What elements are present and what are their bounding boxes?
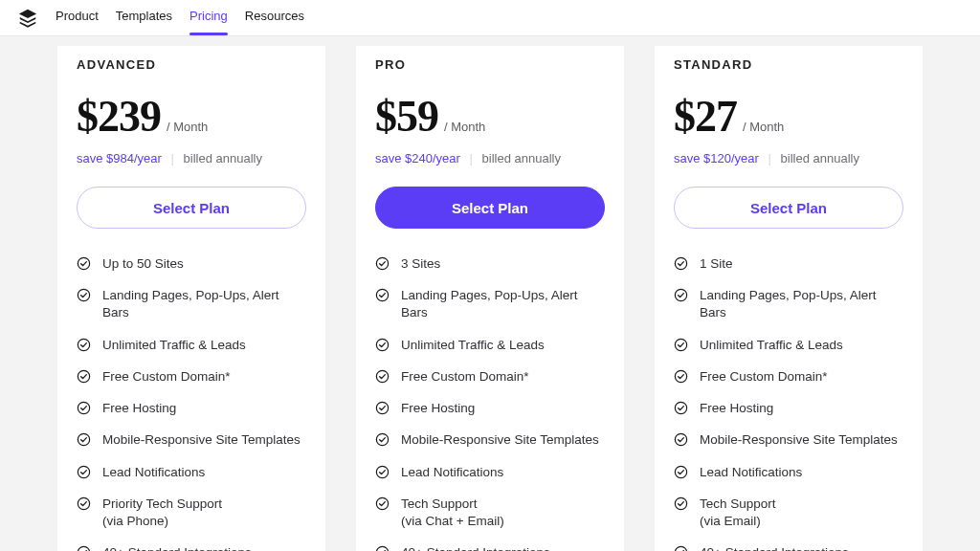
svg-point-23 (675, 290, 686, 301)
check-circle-icon (375, 545, 390, 551)
feature-item: Mobile-Responsive Site Templates (77, 431, 306, 449)
feature-item: 40+ Standard Integrations (674, 544, 903, 551)
feature-text: Free Hosting (102, 400, 176, 417)
feature-text: Lead Notifications (700, 464, 802, 481)
svg-point-6 (78, 466, 89, 477)
svg-point-16 (376, 434, 388, 446)
feature-item: 1 Site (674, 255, 903, 273)
save-row: save $120/year | billed annually (674, 151, 903, 165)
svg-point-7 (78, 497, 89, 509)
check-circle-icon (77, 432, 91, 447)
check-circle-icon (375, 288, 390, 302)
check-circle-icon (77, 496, 91, 511)
plan-title: STANDARD (674, 57, 903, 72)
svg-point-25 (675, 370, 686, 382)
feature-text: Landing Pages, Pop-Ups, Alert Bars (102, 287, 306, 321)
svg-point-11 (376, 257, 388, 269)
feature-item: Lead Notifications (375, 464, 605, 481)
feature-item: Free Custom Domain* (77, 368, 306, 386)
nav-resources[interactable]: Resources (245, 9, 304, 27)
feature-text: Free Custom Domain* (401, 368, 529, 386)
svg-point-14 (376, 370, 388, 382)
plan-card-pro: PRO $59 / Month save $240/year | billed … (356, 46, 624, 551)
nav-templates[interactable]: Templates (116, 9, 172, 27)
feature-item: Unlimited Traffic & Leads (674, 337, 903, 354)
check-circle-icon (674, 401, 688, 415)
feature-item: Landing Pages, Pop-Ups, Alert Bars (375, 287, 605, 321)
top-nav: Product Templates Pricing Resources (0, 0, 980, 36)
check-circle-icon (77, 338, 91, 352)
feature-text: 3 Sites (401, 255, 440, 273)
check-circle-icon (674, 256, 688, 271)
feature-item: Free Hosting (77, 400, 306, 417)
check-circle-icon (674, 465, 688, 479)
select-plan-button[interactable]: Select Plan (375, 187, 605, 229)
check-circle-icon (77, 288, 91, 302)
feature-item: 40+ Standard Integrations (375, 544, 605, 551)
feature-text: Tech Support(via Chat + Email) (401, 496, 504, 530)
divider: | (768, 151, 771, 165)
feature-text: Unlimited Traffic & Leads (102, 337, 246, 354)
select-plan-button[interactable]: Select Plan (77, 187, 306, 229)
feature-text: Free Custom Domain* (700, 368, 828, 386)
plan-card-standard: STANDARD $27 / Month save $120/year | bi… (655, 46, 923, 551)
feature-text: Free Custom Domain* (102, 368, 231, 386)
price-value: $239 (77, 91, 161, 142)
check-circle-icon (375, 401, 390, 415)
check-circle-icon (375, 256, 390, 271)
feature-text: Landing Pages, Pop-Ups, Alert Bars (401, 287, 605, 321)
feature-text: Up to 50 Sites (102, 255, 184, 273)
check-circle-icon (674, 432, 688, 447)
svg-point-27 (675, 434, 686, 446)
check-circle-icon (77, 369, 91, 384)
feature-list: 1 Site Landing Pages, Pop-Ups, Alert Bar… (674, 255, 903, 551)
feature-text: Lead Notifications (102, 464, 205, 481)
select-plan-button[interactable]: Select Plan (674, 187, 903, 229)
save-row: save $984/year | billed annually (77, 151, 306, 165)
price-row: $27 / Month (674, 91, 903, 142)
feature-text: Unlimited Traffic & Leads (700, 337, 843, 354)
billing-note: billed annually (482, 151, 561, 165)
feature-text: Unlimited Traffic & Leads (401, 337, 545, 354)
svg-point-8 (78, 547, 89, 551)
save-amount: save $240/year (375, 151, 460, 165)
pricing-plans: ADVANCED $239 / Month save $984/year | b… (0, 36, 980, 551)
save-amount: save $120/year (674, 151, 759, 165)
feature-item: 3 Sites (375, 255, 605, 273)
check-circle-icon (674, 338, 688, 352)
feature-text: 40+ Standard Integrations (102, 544, 252, 551)
svg-point-26 (675, 402, 686, 413)
feature-text: Priority Tech Support(via Phone) (102, 496, 222, 530)
feature-item: Landing Pages, Pop-Ups, Alert Bars (674, 287, 903, 321)
svg-point-13 (376, 339, 388, 350)
save-row: save $240/year | billed annually (375, 151, 605, 165)
feature-item: Mobile-Responsive Site Templates (375, 431, 605, 449)
billing-note: billed annually (184, 151, 262, 165)
feature-list: Up to 50 Sites Landing Pages, Pop-Ups, A… (77, 255, 306, 551)
feature-item: Unlimited Traffic & Leads (375, 337, 605, 354)
feature-item: 40+ Standard Integrations (77, 544, 306, 551)
feature-text: Free Hosting (700, 400, 773, 417)
svg-point-2 (78, 339, 89, 350)
feature-text: Mobile-Responsive Site Templates (102, 431, 301, 449)
svg-point-4 (78, 402, 89, 413)
feature-item: Free Custom Domain* (375, 368, 605, 386)
nav-pricing[interactable]: Pricing (189, 9, 228, 27)
check-circle-icon (77, 465, 91, 479)
svg-point-3 (78, 370, 89, 382)
svg-point-0 (78, 257, 89, 269)
svg-point-30 (675, 547, 686, 551)
feature-text: Lead Notifications (401, 464, 503, 481)
price-value: $27 (674, 91, 737, 142)
feature-list: 3 Sites Landing Pages, Pop-Ups, Alert Ba… (375, 255, 605, 551)
logo-icon[interactable] (17, 8, 38, 29)
feature-text: Mobile-Responsive Site Templates (700, 431, 898, 449)
feature-text: Tech Support(via Email) (700, 496, 776, 530)
check-circle-icon (77, 256, 91, 271)
feature-text: Mobile-Responsive Site Templates (401, 431, 599, 449)
plan-title: ADVANCED (77, 57, 306, 72)
nav-product[interactable]: Product (56, 9, 99, 27)
price-row: $239 / Month (77, 91, 306, 142)
price-period: / Month (743, 120, 784, 142)
feature-text: 1 Site (700, 255, 733, 273)
